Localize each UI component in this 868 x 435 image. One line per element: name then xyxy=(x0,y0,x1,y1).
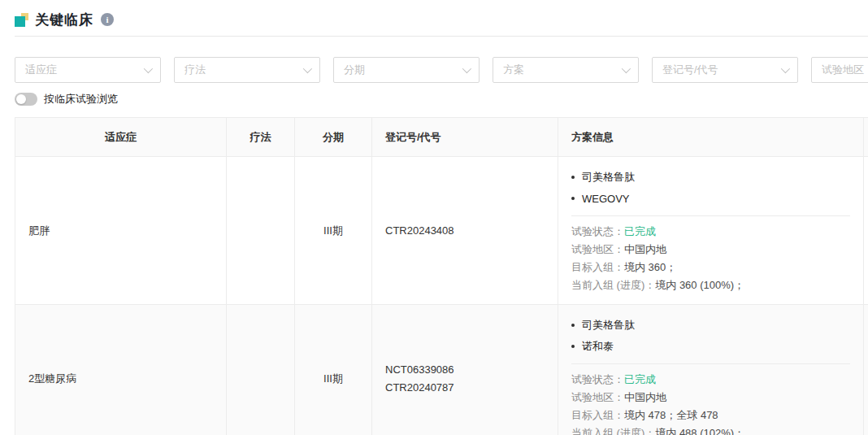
drug-list-item: 司美格鲁肽 xyxy=(571,167,863,188)
drug-name-link[interactable]: 诺和泰 xyxy=(582,339,614,354)
filter-plan-placeholder: 方案 xyxy=(503,63,524,77)
col-header-plan: 方案信息 xyxy=(558,118,864,157)
trial-status-label: 试验状态： xyxy=(571,225,624,237)
clinical-table-wrap: 适应症 疗法 分期 登记号/代号 方案信息 肥胖 III期 CTR2024340… xyxy=(15,117,868,435)
cell-truncated xyxy=(864,305,868,435)
current-enrollment-value: 境内 360 (100%)； xyxy=(655,279,744,291)
cell-phase: III期 xyxy=(295,305,372,435)
toggle-knob xyxy=(16,94,26,104)
bullet-icon xyxy=(571,176,575,179)
current-enrollment-line: 当前入组 (进度)：境内 488 (102%)； xyxy=(571,424,863,435)
drug-list-item: 诺和泰 xyxy=(571,336,863,357)
filter-phase[interactable]: 分期 xyxy=(333,57,480,83)
target-enrollment-value: 境内 360； xyxy=(624,261,676,273)
table-row: 肥胖 III期 CTR20243408 司美格鲁肽 WEGOVY xyxy=(15,157,868,305)
col-header-indication: 适应症 xyxy=(15,118,227,157)
target-enrollment-value: 境内 478；全球 478 xyxy=(624,409,718,421)
plan-divider xyxy=(571,215,850,216)
filter-registration[interactable]: 登记号/代号 xyxy=(652,57,798,83)
current-enrollment-label: 当前入组 (进度)： xyxy=(571,427,655,435)
cell-truncated xyxy=(864,157,868,305)
cell-phase: III期 xyxy=(295,157,372,305)
title-icon-teal-square xyxy=(15,16,25,27)
registration-number: CTR20243408 xyxy=(385,222,545,240)
browse-toggle-label: 按临床试验浏览 xyxy=(44,92,118,107)
current-enrollment-label: 当前入组 (进度)： xyxy=(571,279,655,291)
col-header-registration: 登记号/代号 xyxy=(372,118,558,157)
col-header-therapy: 疗法 xyxy=(227,118,295,157)
chevron-down-icon xyxy=(781,64,790,73)
filter-region-placeholder: 试验地区 xyxy=(822,63,864,77)
bullet-icon xyxy=(571,324,575,327)
cell-indication: 2型糖尿病 xyxy=(15,305,227,435)
section-header: 关键临床 i xyxy=(0,0,868,28)
target-enrollment-label: 目标入组： xyxy=(571,409,624,421)
drug-name-link[interactable]: WEGOVY xyxy=(582,193,630,205)
bullet-icon xyxy=(571,197,575,200)
drug-list-item: WEGOVY xyxy=(571,188,863,209)
browse-by-trial-toggle[interactable] xyxy=(15,93,37,106)
current-enrollment-value: 境内 488 (102%)； xyxy=(655,427,744,435)
clinical-table: 适应症 疗法 分期 登记号/代号 方案信息 肥胖 III期 CTR2024340… xyxy=(15,117,868,435)
drug-name-link[interactable]: 司美格鲁肽 xyxy=(582,318,635,333)
table-header-row: 适应症 疗法 分期 登记号/代号 方案信息 xyxy=(15,118,868,157)
trial-status-value: 已完成 xyxy=(624,225,656,237)
plan-divider xyxy=(571,363,850,364)
registration-number: NCT06339086 xyxy=(385,361,545,379)
trial-region-label: 试验地区： xyxy=(571,243,624,255)
chevron-down-icon xyxy=(303,64,312,73)
cell-indication: 肥胖 xyxy=(15,157,227,305)
trial-region-value: 中国内地 xyxy=(624,243,666,255)
chevron-down-icon xyxy=(622,64,631,73)
current-enrollment-line: 当前入组 (进度)：境内 360 (100%)； xyxy=(571,276,863,294)
col-header-truncated xyxy=(864,118,868,157)
trial-region-line: 试验地区：中国内地 xyxy=(571,241,863,259)
cell-plan-info: 司美格鲁肽 WEGOVY 试验状态：已完成 试验地区：中国内地 xyxy=(558,157,864,305)
cell-registration: CTR20243408 xyxy=(372,157,558,305)
filter-region[interactable]: 试验地区 xyxy=(811,57,868,83)
filter-indication[interactable]: 适应症 xyxy=(15,57,161,83)
trial-status-line: 试验状态：已完成 xyxy=(571,223,863,241)
cell-therapy xyxy=(227,305,295,435)
info-icon[interactable]: i xyxy=(101,13,114,26)
cell-plan-info: 司美格鲁肽 诺和泰 试验状态：已完成 试验地区：中国内地 xyxy=(558,305,864,435)
trial-region-value: 中国内地 xyxy=(624,391,666,403)
cell-registration: NCT06339086 CTR20240787 xyxy=(372,305,558,435)
drug-list-item: 司美格鲁肽 xyxy=(571,315,863,336)
page-title: 关键临床 xyxy=(35,11,93,29)
target-enrollment-line: 目标入组：境内 478；全球 478 xyxy=(571,407,863,424)
bullet-icon xyxy=(571,345,575,348)
trial-status-line: 试验状态：已完成 xyxy=(571,371,863,389)
filter-indication-placeholder: 适应症 xyxy=(25,63,57,77)
drug-name-link[interactable]: 司美格鲁肽 xyxy=(582,170,635,185)
key-clinical-panel: 关键临床 i 适应症 疗法 分期 方案 登记号/代号 试验地区 xyxy=(0,0,868,435)
section-title-icon xyxy=(15,13,28,27)
filter-therapy[interactable]: 疗法 xyxy=(174,57,320,83)
col-header-phase: 分期 xyxy=(295,118,372,157)
filter-therapy-placeholder: 疗法 xyxy=(184,63,206,77)
browse-toggle-row: 按临床试验浏览 xyxy=(0,91,868,107)
trial-region-label: 试验地区： xyxy=(571,391,624,403)
trial-status-label: 试验状态： xyxy=(571,373,624,385)
chevron-down-icon xyxy=(462,64,471,73)
filter-plan[interactable]: 方案 xyxy=(493,57,639,83)
filter-phase-placeholder: 分期 xyxy=(344,63,365,77)
header-divider xyxy=(15,36,868,37)
target-enrollment-label: 目标入组： xyxy=(571,261,624,273)
filter-bar: 适应症 疗法 分期 方案 登记号/代号 试验地区 xyxy=(0,57,868,83)
cell-therapy xyxy=(227,157,295,305)
filter-registration-placeholder: 登记号/代号 xyxy=(662,63,718,77)
target-enrollment-line: 目标入组：境内 360； xyxy=(571,259,863,276)
chevron-down-icon xyxy=(144,64,153,73)
trial-region-line: 试验地区：中国内地 xyxy=(571,389,863,407)
registration-number: CTR20240787 xyxy=(385,379,545,397)
table-row: 2型糖尿病 III期 NCT06339086 CTR20240787 司美格鲁肽 xyxy=(15,305,868,435)
trial-status-value: 已完成 xyxy=(624,373,656,385)
